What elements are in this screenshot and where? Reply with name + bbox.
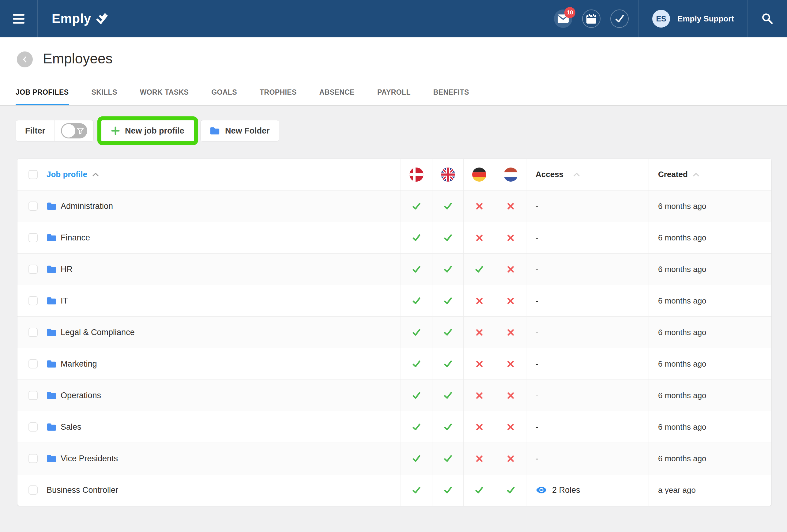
check-icon [443,264,453,274]
sort-caret-up-icon [573,172,580,177]
check-icon [443,359,453,369]
folder-icon [46,360,57,368]
language-status-germany [463,191,495,222]
created-value: 6 months ago [648,285,771,316]
new-folder-button[interactable]: New Folder [200,120,279,142]
cross-icon [506,296,515,305]
new-job-profile-button[interactable]: New job profile [101,120,194,141]
language-status-netherlands [495,411,526,443]
table-row[interactable]: Legal & Compliance - 6 months ago [18,316,771,348]
job-profile-name[interactable]: Legal & Compliance [61,328,135,337]
table-row[interactable]: Vice Presidents - 6 months ago [18,443,771,474]
check-icon [411,390,422,401]
row-checkbox[interactable] [28,391,38,400]
table-row[interactable]: HR - 6 months ago [18,253,771,285]
tab-absence[interactable]: ABSENCE [319,88,355,105]
check-icon [411,453,422,464]
row-checkbox[interactable] [28,422,38,431]
language-status-uk [432,191,463,222]
user-menu[interactable]: ES Emply Support [639,10,747,27]
cross-icon [475,233,484,242]
check-icon [411,264,422,274]
check-icon [411,422,422,432]
created-value: 6 months ago [648,222,771,253]
access-value: - [536,201,538,211]
job-profile-name[interactable]: Vice Presidents [61,454,118,463]
column-flag-uk [432,158,463,190]
row-checkbox[interactable] [28,201,38,211]
job-profile-name[interactable]: Marketing [61,359,97,369]
table-row[interactable]: Administration - 6 months ago [18,190,771,222]
page-header: Employees JOB PROFILESSKILLSWORK TASKSGO… [0,37,787,106]
language-status-denmark [401,474,432,506]
check-icon [443,327,453,338]
table-row[interactable]: Operations - 6 months ago [18,380,771,411]
table-row[interactable]: Finance - 6 months ago [18,222,771,253]
cross-icon [506,265,515,274]
check-icon [474,485,485,495]
tab-benefits[interactable]: BENEFITS [433,88,469,105]
language-status-germany [463,317,495,348]
folder-icon [46,454,57,463]
eye-icon[interactable] [536,484,547,496]
filter-button[interactable]: Filter [16,120,55,141]
filter-toggle[interactable] [55,120,93,141]
table-row[interactable]: IT - 6 months ago [18,285,771,316]
language-status-uk [432,380,463,411]
tab-trophies[interactable]: TROPHIES [260,88,297,105]
tasks-button[interactable] [610,9,629,28]
language-status-uk [432,411,463,443]
row-checkbox[interactable] [28,328,38,337]
tab-job-profiles[interactable]: JOB PROFILES [16,88,69,105]
tab-goals[interactable]: GOALS [211,88,237,105]
row-checkbox[interactable] [28,359,38,368]
access-value: - [536,454,538,463]
language-status-germany [463,222,495,253]
job-profile-name[interactable]: Administration [61,201,113,211]
row-checkbox[interactable] [28,296,38,305]
column-job-profile[interactable]: Job profile [46,170,87,179]
messages-button[interactable]: 10 [554,9,572,28]
calendar-button[interactable] [582,9,600,28]
job-profile-name[interactable]: IT [61,296,68,306]
table-row[interactable]: Marketing - 6 months ago [18,348,771,380]
row-checkbox[interactable] [28,486,38,495]
search-button[interactable] [748,0,787,37]
cross-icon [506,423,515,431]
tab-skills[interactable]: SKILLS [91,88,117,105]
access-value: - [536,391,538,400]
tab-work-tasks[interactable]: WORK TASKS [140,88,189,105]
job-profile-name[interactable]: Finance [61,233,90,242]
table-row[interactable]: Business Controller 2 Roles a year ago [18,474,771,506]
job-profile-name[interactable]: Business Controller [46,486,118,495]
folder-icon [46,328,57,337]
notification-badge: 10 [565,7,575,18]
created-value: a year ago [648,474,771,506]
select-all-checkbox[interactable] [28,170,38,179]
row-checkbox[interactable] [28,233,38,242]
app-logo[interactable]: Emply [52,11,109,26]
check-icon [443,296,453,306]
top-navbar: Emply 10 [0,0,787,37]
job-profile-name[interactable]: HR [61,264,72,274]
plus-icon [111,127,120,135]
cross-icon [506,391,515,400]
job-profile-name[interactable]: Operations [61,391,101,400]
sort-caret-up-icon [92,172,99,177]
column-access[interactable]: Access [536,170,563,179]
table-row[interactable]: Sales - 6 months ago [18,411,771,443]
tab-payroll[interactable]: PAYROLL [377,88,411,105]
column-created[interactable]: Created [658,170,688,179]
language-status-uk [432,348,463,380]
check-icon [443,422,453,432]
language-status-netherlands [495,191,526,222]
row-checkbox[interactable] [28,454,38,463]
job-profile-name[interactable]: Sales [61,422,82,432]
check-icon [411,296,422,306]
page-title: Employees [43,50,113,67]
hamburger-menu-button[interactable] [0,0,38,37]
row-checkbox[interactable] [28,264,38,274]
access-value: - [536,233,538,242]
back-button[interactable] [17,51,33,67]
language-status-germany [463,254,495,285]
